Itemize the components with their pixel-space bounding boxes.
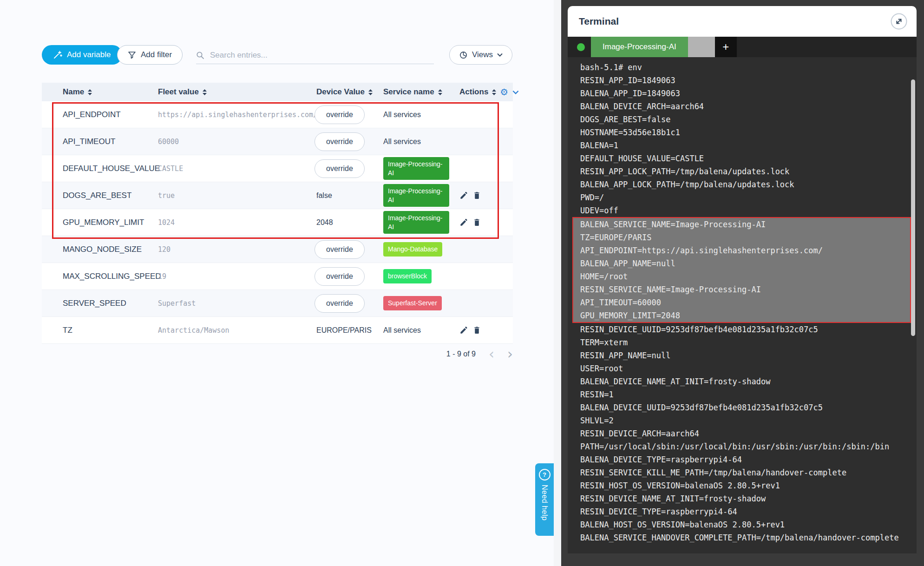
row-fleet-value: CASTLE (158, 165, 316, 173)
chevron-down-icon[interactable] (512, 90, 519, 94)
table-row: MANGO_NODE_SIZE120overrideMango-Database (42, 236, 513, 263)
terminal-header: Terminal (568, 6, 917, 37)
row-actions (459, 326, 513, 335)
terminal-line: RESIN_APP_ID=1849063 (568, 74, 917, 87)
add-variable-button[interactable]: Add variable (42, 45, 122, 65)
row-actions (459, 218, 513, 227)
terminal-line: RESIN_DEVICE_TYPE=raspberrypi4-64 (568, 505, 917, 518)
table-row: MAX_SCROLLING_SPEED19overridebrowserBloc… (42, 263, 513, 290)
column-header-fleet-value[interactable]: Fleet value (158, 87, 316, 97)
row-device-value-cell: override (316, 240, 383, 259)
terminal-line: RESIN_HOST_OS_VERSION=balenaOS 2.80.5+re… (568, 479, 917, 492)
edit-icon[interactable] (459, 218, 468, 227)
service-badge: Superfast-Server (383, 296, 442, 310)
search-input[interactable] (209, 50, 434, 60)
override-button[interactable]: override (315, 105, 365, 124)
edit-icon[interactable] (459, 326, 468, 335)
row-service-cell: Superfast-Server (383, 296, 459, 310)
search-box (196, 47, 434, 64)
terminal-title: Terminal (579, 16, 619, 27)
row-fleet-value: Antarctica/Mawson (158, 326, 316, 335)
delete-icon[interactable] (472, 218, 481, 227)
new-tab-button[interactable]: + (715, 37, 737, 57)
row-name: API_TIMEOUT (63, 137, 158, 146)
terminal-line: BALENA_DEVICE_ARCH=aarch64 (568, 100, 917, 113)
need-help-tab[interactable]: ? Need help (535, 463, 554, 536)
row-service-cell: All services (383, 137, 459, 146)
row-service-cell: All services (383, 110, 459, 119)
row-fleet-value: 19 (158, 272, 316, 281)
sort-icon[interactable] (87, 89, 92, 96)
row-name: MAX_SCROLLING_SPEED (63, 272, 158, 281)
service-badge: Mango-Database (383, 242, 442, 256)
expand-icon (890, 12, 908, 31)
row-device-value-cell: override (316, 105, 383, 124)
expand-terminal-button[interactable] (890, 12, 908, 31)
sort-icon[interactable] (491, 89, 497, 96)
terminal-line: BALENA_APP_NAME=null (573, 257, 910, 270)
terminal-line: PATH=/usr/local/sbin:/usr/local/bin:/usr… (568, 440, 917, 453)
views-button[interactable]: Views (449, 45, 512, 65)
row-actions (459, 191, 513, 200)
terminal-line: BALENA_SERVICE_HANDOVER_COMPLETE_PATH=/t… (568, 531, 917, 544)
edit-icon[interactable] (459, 191, 468, 200)
row-name: GPU_MEMORY_LIMIT (63, 218, 158, 227)
terminal-tab[interactable]: Image-Processing-AI (591, 37, 688, 57)
column-header-name[interactable]: Name (63, 87, 158, 97)
row-fleet-value: 60000 (158, 138, 316, 146)
terminal-line: RESIN_SERVICE_NAME=Image-Processing-AI (573, 283, 910, 296)
terminal-line: RESIN=1 (568, 388, 917, 401)
terminal-panel: Terminal Image-Processing-AI (568, 6, 917, 553)
row-device-value-cell: override (316, 132, 383, 151)
column-label: Device Value (316, 87, 365, 97)
row-service-cell: Mango-Database (383, 242, 459, 256)
column-label: Fleet value (158, 87, 199, 97)
pagination-prev-button[interactable]: ‹ (489, 349, 494, 359)
terminal-output[interactable]: bash-5.1# envRESIN_APP_ID=1849063BALENA_… (568, 57, 917, 553)
table-row: TZAntarctica/MawsonEUROPE/PARISAll servi… (42, 317, 513, 344)
override-button[interactable]: override (315, 294, 365, 313)
column-header-actions[interactable]: Actions ⚙ (459, 87, 523, 97)
sort-icon[interactable] (438, 89, 443, 96)
terminal-line: BALENA_DEVICE_TYPE=raspberrypi4-64 (568, 453, 917, 466)
delete-icon[interactable] (472, 191, 481, 200)
override-button[interactable]: override (315, 159, 365, 178)
table-header: Name Fleet value Device Value Service na… (42, 83, 513, 101)
row-device-value-cell: override (316, 159, 383, 178)
pagination-next-button[interactable]: › (507, 349, 513, 359)
panel-divider (554, 0, 561, 566)
add-variable-label: Add variable (67, 50, 111, 59)
terminal-line: BALENA_APP_ID=1849063 (568, 87, 917, 100)
gear-icon[interactable]: ⚙ (500, 87, 508, 97)
column-label: Name (63, 87, 84, 97)
service-badge: Image-Processing-AI (383, 157, 449, 179)
row-device-value: 2048 (316, 218, 333, 226)
terminal-line: API_ENDPOINT=https://api.singlehashenter… (573, 244, 910, 257)
add-filter-label: Add filter (141, 50, 172, 59)
sort-icon[interactable] (202, 89, 207, 96)
terminal-line: DOGS_ARE_BEST=false (568, 113, 917, 126)
terminal-line: PWD=/ (568, 191, 917, 204)
row-device-value-cell: override (316, 267, 383, 286)
filter-icon (128, 51, 136, 59)
delete-icon[interactable] (472, 326, 481, 335)
row-service-cell: All services (383, 326, 459, 335)
add-filter-button[interactable]: Add filter (117, 45, 183, 65)
question-icon: ? (539, 469, 550, 480)
column-header-device-value[interactable]: Device Value (316, 87, 383, 97)
sort-icon[interactable] (368, 89, 373, 96)
scrollbar-thumb[interactable] (911, 79, 915, 336)
row-service-name: All services (383, 326, 421, 334)
terminal-line: RESIN_DEVICE_NAME_AT_INIT=frosty-shadow (568, 492, 917, 505)
terminal-line: HOSTNAME=53d56e18b1c1 (568, 126, 917, 139)
row-service-cell: Image-Processing-AI (383, 211, 459, 233)
column-label: Service name (383, 87, 434, 97)
override-button[interactable]: override (315, 240, 365, 259)
override-button[interactable]: override (315, 132, 365, 151)
override-button[interactable]: override (315, 267, 365, 286)
inactive-tab-area (688, 37, 715, 57)
table-row: GPU_MEMORY_LIMIT10242048Image-Processing… (42, 209, 513, 236)
table-row: SERVER_SPEEDSuperfastoverrideSuperfast-S… (42, 290, 513, 317)
table-row: API_ENDPOINThttps://api.singlehashenterp… (42, 101, 513, 128)
column-header-service-name[interactable]: Service name (383, 87, 459, 97)
